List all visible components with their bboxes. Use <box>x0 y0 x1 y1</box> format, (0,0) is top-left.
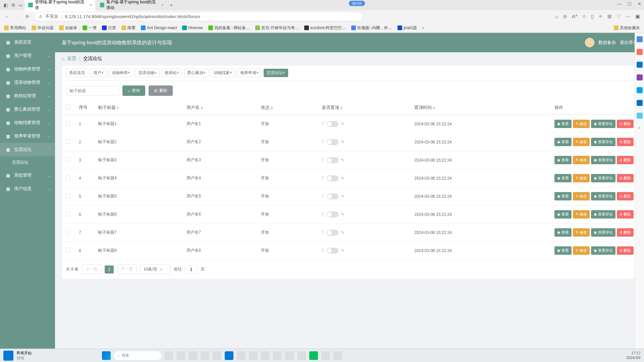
share-icon[interactable]: ⤴ <box>322 121 324 126</box>
pin-toggle[interactable] <box>326 139 338 145</box>
share-icon[interactable]: ⤴ <box>322 139 324 144</box>
view-button[interactable]: ◉ 查看 <box>554 228 572 237</box>
sidebar-item[interactable]: ▦用户信息⌄ <box>0 182 55 195</box>
office-rail-icon[interactable] <box>637 62 643 68</box>
add-rail-icon[interactable]: + <box>638 125 641 130</box>
row-checkbox[interactable] <box>65 175 70 180</box>
page-size-select[interactable]: 10条/页 ▼ <box>140 264 170 274</box>
view-button[interactable]: ◉ 查看 <box>554 174 572 182</box>
row-checkbox[interactable] <box>65 230 70 234</box>
pin-toggle[interactable] <box>326 157 338 163</box>
edit-icon[interactable]: ✎ <box>341 230 344 234</box>
view-button[interactable]: ◉ 查看 <box>554 210 572 219</box>
col-time[interactable]: 置顶时间▲▼ <box>411 101 551 115</box>
comments-button[interactable]: ◉ 查看评论 <box>591 210 615 219</box>
query-button[interactable]: ⌕查询 <box>122 85 145 96</box>
share-icon[interactable]: ⤴ <box>322 176 324 180</box>
delete-row-button[interactable]: ⊘ 删除 <box>617 138 634 146</box>
edit-button[interactable]: ✎ 修改 <box>573 156 590 164</box>
delete-row-button[interactable]: ⊘ 删除 <box>617 210 634 219</box>
page-tab[interactable]: 爱心募捐× <box>184 69 209 77</box>
comments-button[interactable]: ◉ 查看评论 <box>591 138 615 146</box>
pin-toggle[interactable] <box>326 121 338 127</box>
close-icon[interactable]: ✕ <box>638 1 641 6</box>
bookmark[interactable]: 玫瑰图--内圈，外… <box>351 25 392 31</box>
zoom-icon[interactable]: ⊝ <box>563 13 567 19</box>
collections-icon[interactable]: ✧ <box>598 13 603 19</box>
comments-button[interactable]: ◉ 查看评论 <box>591 120 615 128</box>
edit-button[interactable]: ✎ 修改 <box>573 210 590 219</box>
outlook-rail-icon[interactable] <box>637 100 643 106</box>
edit-button[interactable]: ✎ 修改 <box>573 120 590 128</box>
pin-toggle[interactable] <box>326 175 338 181</box>
new-tab-icon[interactable]: + <box>168 2 174 8</box>
comments-button[interactable]: ◉ 查看评论 <box>591 246 615 255</box>
row-checkbox[interactable] <box>65 121 70 126</box>
comments-button[interactable]: ◉ 查看评论 <box>591 192 615 200</box>
comments-button[interactable]: ◉ 查看评论 <box>591 174 615 182</box>
reload-icon[interactable]: ⟳ <box>24 13 30 19</box>
edit-button[interactable]: ✎ 修改 <box>573 228 590 237</box>
row-checkbox[interactable] <box>65 157 70 162</box>
pin-toggle[interactable] <box>326 212 338 218</box>
sidebar-item[interactable]: ▦流浪动物管理⌄ <box>0 76 55 89</box>
page-tab[interactable]: 领养申请× <box>237 69 262 77</box>
favorite-icon[interactable]: ☆ <box>582 13 586 19</box>
text-size-icon[interactable]: Aᴬ <box>572 13 577 19</box>
page-tab[interactable]: 流浪动物× <box>135 69 160 77</box>
row-checkbox[interactable] <box>65 248 70 252</box>
tab-close-icon[interactable]: × <box>161 3 164 7</box>
edit-icon[interactable]: ✎ <box>341 122 344 126</box>
bookmark[interactable]: 常用网站 <box>4 25 26 31</box>
backup-link[interactable]: 数据备份 <box>598 40 616 46</box>
row-checkbox[interactable] <box>65 139 70 144</box>
tab-close-icon[interactable]: × <box>90 3 92 7</box>
share-icon[interactable]: ⤴ <box>322 194 324 198</box>
col-title[interactable]: 帖子标题▲▼ <box>95 101 183 115</box>
bookmark[interactable]: 首页-竹林毕设与考… <box>255 25 299 31</box>
pin-toggle[interactable] <box>326 193 338 199</box>
edit-icon[interactable]: ✎ <box>341 248 344 252</box>
sidebar-item[interactable]: ▦爱心募捐管理⌄ <box>0 103 55 116</box>
sidebar-item[interactable]: ▦系统管理⌄ <box>0 169 55 182</box>
page-tab[interactable]: 动物种类× <box>109 69 133 77</box>
search-rail-icon[interactable] <box>637 36 643 42</box>
split-icon[interactable]: ▯ <box>591 13 594 19</box>
edit-button[interactable]: ✎ 修改 <box>573 192 590 200</box>
edit-icon[interactable]: ✎ <box>341 140 344 144</box>
delete-row-button[interactable]: ⊘ 删除 <box>617 120 634 128</box>
bookmark[interactable]: 我的备案 - 网站备… <box>208 25 250 31</box>
share-icon[interactable]: ⤴ <box>322 248 324 253</box>
bookmark[interactable]: Ant Design-react <box>141 25 177 30</box>
browser-tab[interactable]: 客户端-基于spring boot的流浪动 × <box>97 0 167 12</box>
view-button[interactable]: ◉ 查看 <box>554 156 572 164</box>
extensions-icon[interactable]: ⊞ <box>607 13 612 19</box>
delete-row-button[interactable]: ⊘ 删除 <box>617 192 634 200</box>
view-button[interactable]: ◉ 查看 <box>554 120 572 128</box>
next-page-button[interactable]: 下一页 <box>117 264 137 274</box>
edit-icon[interactable]: ✎ <box>341 194 344 198</box>
edit-button[interactable]: ✎ 修改 <box>573 138 590 146</box>
pin-toggle[interactable] <box>326 230 338 236</box>
sidebar-toggle-icon[interactable]: ▣ <box>635 13 640 19</box>
share-icon[interactable]: ⤴ <box>322 158 324 162</box>
edit-icon[interactable]: ✎ <box>341 158 344 162</box>
sidebar-item[interactable]: ▦领养申请管理⌄ <box>0 129 55 143</box>
edit-icon[interactable]: ✎ <box>341 212 344 216</box>
row-checkbox[interactable] <box>65 193 70 198</box>
bookmark[interactable]: 一博 <box>83 25 97 31</box>
share-icon[interactable]: ⤴ <box>322 230 324 235</box>
send-rail-icon[interactable] <box>637 113 643 119</box>
comments-button[interactable]: ◉ 查看评论 <box>591 228 615 237</box>
delete-button[interactable]: ☒删除 <box>149 85 173 96</box>
edit-icon[interactable]: ✎ <box>341 176 344 180</box>
crumb-home[interactable]: 首页 <box>67 56 76 62</box>
lens-icon[interactable]: ⌕ <box>555 13 558 19</box>
minimize-icon[interactable]: — <box>617 1 622 6</box>
delete-row-button[interactable]: ⊘ 删除 <box>617 228 634 237</box>
sidebar-subitem[interactable]: 交流论坛 <box>0 156 55 169</box>
search-input[interactable] <box>66 86 119 96</box>
other-bookmarks[interactable]: 其他收藏夹 <box>614 25 640 31</box>
prev-page-button[interactable]: 上一页 <box>82 264 101 274</box>
page-tab[interactable]: 救助站× <box>162 69 182 77</box>
